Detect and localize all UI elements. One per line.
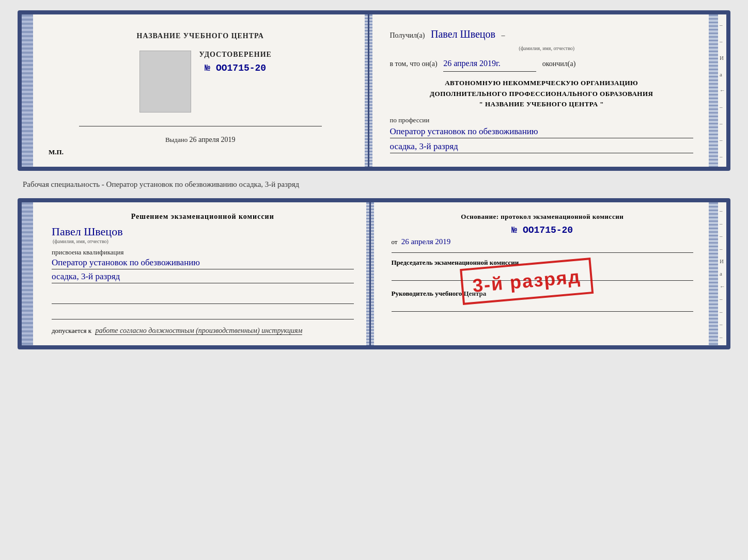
basis-title: Основание: протокол экзаменационной коми… [392, 213, 694, 221]
photo-placeholder [139, 51, 191, 113]
profession-value-line2: осадка, 3-й разряд [390, 141, 694, 153]
issued-date: 26 апреля 2019 [189, 136, 235, 143]
received-line: Получил(а) Павел Швецов – [390, 25, 694, 43]
bottom-left-spine [22, 202, 33, 345]
top-card-left: НАЗВАНИЕ УЧЕБНОГО ЦЕНТРА УДОСТОВЕРЕНИЕ №… [33, 14, 369, 167]
bottom-card-right: Основание: протокол экзаменационной коми… [371, 202, 709, 345]
basis-number: № OO1715-20 [392, 225, 694, 235]
decision-title: Решением экзаменационной комиссии [52, 213, 354, 221]
qualification-value-1: Оператор установок по обезвоживанию [52, 258, 354, 269]
director-sig-block [392, 300, 694, 312]
confirmed-date: 26 апреля 2019г. [443, 56, 536, 72]
from-date-line: от 26 апреля 2019 [392, 237, 694, 246]
cert-label: УДОСТОВЕРЕНИЕ [199, 51, 272, 59]
caption-line: Рабочая специальность - Оператор установ… [18, 180, 730, 189]
recipient-name: Павел Швецов [431, 28, 495, 40]
top-document-card: НАЗВАНИЕ УЧЕБНОГО ЦЕНТРА УДОСТОВЕРЕНИЕ №… [18, 10, 730, 171]
name-sublabel-bottom: (фамилия, имя, отчество) [53, 238, 354, 244]
qualification-value-2: осадка, 3-й разряд [52, 271, 354, 283]
profession-value-line1: Оператор установок по обезвоживанию [390, 126, 694, 138]
mp-label: М.П. [49, 148, 64, 156]
top-card-right: Получил(а) Павел Швецов – (фамилия, имя,… [369, 14, 709, 167]
name-sublabel-top: (фамилия, имя, отчество) [400, 45, 694, 51]
page-wrapper: НАЗВАНИЕ УЧЕБНОГО ЦЕНТРА УДОСТОВЕРЕНИЕ №… [18, 10, 730, 349]
signature-lines [52, 292, 354, 319]
bottom-right-spine [709, 202, 718, 345]
left-spine-strip [22, 14, 33, 167]
confirmed-line: в том, что он(а) 26 апреля 2019г. окончи… [390, 56, 694, 72]
bottom-document-card: Решением экзаменационной комиссии Павел … [18, 198, 730, 349]
allowed-value: работе согласно должностным (производств… [95, 327, 302, 335]
profession-label: по профессии [390, 116, 694, 124]
bottom-card-left: Решением экзаменационной комиссии Павел … [33, 202, 371, 345]
from-date-value: 26 апреля 2019 [401, 237, 451, 246]
training-center-title: НАЗВАНИЕ УЧЕБНОГО ЦЕНТРА [137, 32, 264, 40]
right-spine-strip [709, 14, 718, 167]
issued-line: Выдано 26 апреля 2019 [165, 136, 236, 144]
person-name-bottom: Павел Швецов [52, 225, 354, 238]
qualification-label: присвоена квалификация [52, 248, 354, 257]
org-text: АВТОНОМНУЮ НЕКОММЕРЧЕСКУЮ ОРГАНИЗАЦИЮ ДО… [390, 78, 694, 110]
allowed-line: допускается к работе согласно должностны… [52, 327, 354, 335]
cert-number: № OO1715-20 [205, 63, 266, 73]
